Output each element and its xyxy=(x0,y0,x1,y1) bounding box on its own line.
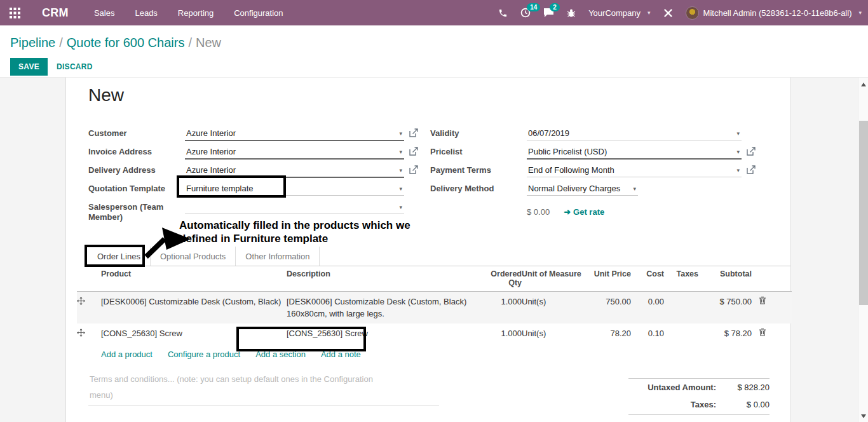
delivery-method-input[interactable]: Normal Delivery Charges▾ xyxy=(527,181,638,196)
cell-uom[interactable]: Unit(s) xyxy=(522,292,585,311)
company-name: YourCompany xyxy=(588,8,641,18)
payment-terms-label: Payment Terms xyxy=(430,163,527,175)
add-section-link[interactable]: Add a section xyxy=(255,350,306,359)
col-ordered-qty: Ordered Qty xyxy=(477,266,522,291)
cell-taxes[interactable] xyxy=(664,323,698,331)
user-menu[interactable]: Mitchell Admin (528361-12-0-11e8b6-all) … xyxy=(686,6,862,20)
control-panel: Pipeline/Quote for 600 Chairs/New SAVE D… xyxy=(0,25,868,78)
cell-cost[interactable]: 0.10 xyxy=(631,323,664,343)
external-link-icon[interactable] xyxy=(747,165,756,177)
external-link-icon[interactable] xyxy=(409,147,418,158)
menu-configuration[interactable]: Configuration xyxy=(226,1,290,25)
scroll-up-arrow[interactable] xyxy=(861,83,866,86)
developer-tools-icon[interactable] xyxy=(663,8,673,18)
cell-taxes[interactable] xyxy=(664,292,698,299)
total-row: Total: $ 828.20 xyxy=(628,414,770,422)
salesperson-label: Salesperson (Team Member) xyxy=(88,200,185,222)
delivery-method-label: Delivery Method xyxy=(430,181,527,194)
pricelist-label: Pricelist xyxy=(430,144,527,157)
cell-product[interactable]: [DESK0006] Customizable Desk (Custom, Bl… xyxy=(101,292,287,311)
chevron-down-icon[interactable]: ▾ xyxy=(633,186,636,192)
drag-handle-icon[interactable] xyxy=(77,323,101,344)
chevron-down-icon[interactable]: ▾ xyxy=(736,149,740,155)
drag-handle-icon[interactable] xyxy=(77,292,101,312)
tab-other-information[interactable]: Other Information xyxy=(236,247,320,266)
chevron-down-icon[interactable]: ▾ xyxy=(736,130,740,137)
cell-cost[interactable]: 0.00 xyxy=(631,292,664,311)
chevron-down-icon[interactable]: ▾ xyxy=(399,204,402,210)
tab-order-lines[interactable]: Order Lines xyxy=(88,247,151,266)
cell-description[interactable]: [DESK0006] Customizable Desk (Custom, Bl… xyxy=(287,292,477,323)
message-count-badge: 2 xyxy=(550,3,560,11)
external-link-icon[interactable] xyxy=(747,147,756,158)
external-link-icon[interactable] xyxy=(409,165,418,177)
external-link-icon[interactable] xyxy=(409,128,418,140)
customer-label: Customer xyxy=(88,126,185,139)
table-row[interactable]: [CONS_25630] Screw [CONS_25630] Screw 1.… xyxy=(77,323,792,344)
scroll-down-arrow[interactable] xyxy=(861,414,866,418)
tab-optional-products[interactable]: Optional Products xyxy=(151,247,236,266)
content-area: New Customer Azure Interior▾ Invoice Add… xyxy=(0,78,858,422)
delivery-address-input[interactable]: Azure Interior▾ xyxy=(185,163,404,178)
table-links-row: Add a product Configure a product Add a … xyxy=(77,344,792,365)
company-switcher[interactable]: YourCompany ▾ xyxy=(588,8,650,18)
cell-product[interactable]: [CONS_25630] Screw xyxy=(101,323,287,343)
salesperson-input[interactable]: ▾ xyxy=(185,200,404,214)
breadcrumb-current: New xyxy=(196,36,221,50)
save-button[interactable]: SAVE xyxy=(10,58,48,76)
menu-reporting[interactable]: Reporting xyxy=(170,1,221,25)
messages-chat-icon[interactable]: 2 xyxy=(543,8,554,18)
configure-product-link[interactable]: Configure a product xyxy=(168,350,240,359)
field-delivery-method: Delivery Method Normal Delivery Charges▾ xyxy=(430,181,761,200)
invoice-address-label: Invoice Address xyxy=(88,144,185,157)
pricelist-input[interactable]: Public Pricelist (USD)▾ xyxy=(527,144,742,160)
chevron-down-icon[interactable]: ▾ xyxy=(399,149,402,155)
cell-uom[interactable]: Unit(s) xyxy=(522,323,585,343)
customer-input[interactable]: Azure Interior▾ xyxy=(185,126,404,141)
terms-and-conditions-input[interactable]: Terms and conditions... (note: you can s… xyxy=(88,367,439,406)
cell-qty[interactable]: 1.000 xyxy=(477,323,522,343)
bug-icon[interactable] xyxy=(567,8,576,18)
chevron-down-icon[interactable]: ▾ xyxy=(399,167,402,174)
col-product: Product xyxy=(101,266,287,282)
quotation-template-input[interactable]: Furniture template▾ xyxy=(185,181,404,196)
apps-grid-icon[interactable] xyxy=(0,0,29,25)
discard-button[interactable]: DISCARD xyxy=(57,62,93,71)
app-brand[interactable]: CRM xyxy=(42,6,69,20)
breadcrumb-pipeline[interactable]: Pipeline xyxy=(10,36,55,50)
scrollbar-thumb[interactable] xyxy=(859,121,868,305)
add-product-link[interactable]: Add a product xyxy=(101,350,153,359)
activity-count-badge: 14 xyxy=(527,3,540,11)
field-delivery-address: Delivery Address Azure Interior▾ xyxy=(88,163,419,181)
field-pricelist: Pricelist Public Pricelist (USD)▾ xyxy=(430,144,761,163)
payment-terms-input[interactable]: End of Following Month▾ xyxy=(527,163,742,177)
vertical-scrollbar[interactable] xyxy=(858,78,868,422)
notebook-tabs: Order Lines Optional Products Other Info… xyxy=(88,247,790,266)
delivery-rate-amount: $ 0.00 xyxy=(527,207,550,217)
delete-row-icon[interactable] xyxy=(752,323,773,343)
cell-subtotal: $ 78.20 xyxy=(698,323,752,343)
breadcrumb-quote[interactable]: Quote for 600 Chairs xyxy=(67,36,185,50)
chevron-down-icon[interactable]: ▾ xyxy=(399,186,402,192)
cell-qty[interactable]: 1.000 xyxy=(477,292,522,311)
validity-input[interactable]: 06/07/2019▾ xyxy=(527,126,742,140)
phone-icon[interactable] xyxy=(498,8,508,18)
get-rate-button[interactable]: ➜Get rate xyxy=(564,207,604,217)
cell-unit-price[interactable]: 78.20 xyxy=(585,323,631,343)
menu-sales[interactable]: Sales xyxy=(86,1,123,25)
activities-clock-icon[interactable]: 14 xyxy=(520,8,531,18)
table-row[interactable]: [DESK0006] Customizable Desk (Custom, Bl… xyxy=(77,292,792,323)
add-note-link[interactable]: Add a note xyxy=(321,350,361,359)
chevron-down-icon: ▾ xyxy=(858,10,862,16)
cell-unit-price[interactable]: 750.00 xyxy=(585,292,631,311)
delete-row-icon[interactable] xyxy=(752,292,773,311)
cell-subtotal: $ 750.00 xyxy=(698,292,752,311)
invoice-address-input[interactable]: Azure Interior▾ xyxy=(185,144,404,160)
cell-description[interactable]: [CONS_25630] Screw xyxy=(287,323,477,343)
chevron-down-icon[interactable]: ▾ xyxy=(399,130,402,137)
menu-leads[interactable]: Leads xyxy=(127,1,165,25)
taxes-value: $ 0.00 xyxy=(716,400,770,409)
quotation-template-label: Quotation Template xyxy=(88,181,185,194)
chevron-down-icon[interactable]: ▾ xyxy=(736,167,740,174)
table-header-row: Product Description Ordered Qty Unit of … xyxy=(77,266,792,292)
